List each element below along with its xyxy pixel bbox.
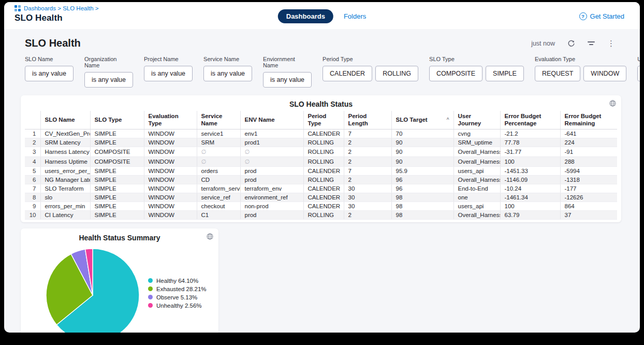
filter-button[interactable]: CALENDER [323,66,372,81]
table-row[interactable]: 5users_error_per_minSIMPLEWINDOWorderspr… [25,166,617,175]
column-header[interactable]: Error Budget Percentage [500,111,560,129]
column-header[interactable]: Period Length [344,111,391,129]
table-cell: prod [240,210,303,219]
table-cell: ∅ [197,147,240,156]
breadcrumb-link[interactable]: SLO Health [63,5,93,11]
table-cell: WINDOW [144,193,197,202]
filter-button[interactable]: is any value [637,66,640,81]
table-cell: one [453,193,500,202]
table-row[interactable]: 4Harness UptimeCOMPOSITEWINDOW∅∅ROLLING2… [25,156,617,166]
table-cell: 30 [344,184,391,193]
table-cell: 77.78 [500,138,560,147]
table-cell: environment_ref [240,193,303,202]
refresh-icon[interactable] [567,39,575,47]
column-header[interactable]: User Journey [453,111,500,129]
breadcrumb-separator: > [56,5,63,11]
table-cell: SRM [197,138,240,147]
table-cell: 2 [344,156,391,166]
filter-group: SLO TypeCOMPOSITESIMPLE [429,56,524,88]
filter-button[interactable]: REQUEST [535,66,580,81]
filter-button[interactable]: ROLLING [375,66,418,81]
table-row[interactable]: 6NG Manager LatencySIMPLEWINDOWCDprodROL… [25,175,617,184]
column-header[interactable]: Error Budget Remaining [560,111,617,129]
column-header[interactable]: ENV Name [240,111,303,129]
table-cell: CALENDER [303,193,344,202]
table-row[interactable]: 1CV_NextGen_ProdSIMPLEWINDOWservice1env1… [25,129,617,138]
filter-button[interactable]: SIMPLE [486,66,524,81]
column-header[interactable]: SLO Name [40,111,90,129]
globe-icon[interactable] [207,233,213,242]
filter-button[interactable]: is any value [25,66,74,81]
page-title: SLO Health [14,13,99,23]
table-cell: WINDOW [144,166,197,175]
filter-button[interactable]: COMPOSITE [429,66,482,81]
table-cell: 100 [500,156,560,166]
column-header[interactable]: Service Name [197,111,240,129]
table-cell: Overall_Harness [453,147,500,156]
filter-button[interactable]: WINDOW [583,66,626,81]
filter-button[interactable]: is any value [84,72,133,88]
table-cell: cvng [453,129,500,138]
legend-item[interactable]: Exhausted 28.21% [148,286,207,292]
legend-item[interactable]: Unhealthy 2.56% [148,303,207,309]
table-row[interactable]: 9errors_per_minSIMPLEWINDOWcheckoutnon-p… [25,202,617,210]
filter-button[interactable]: is any value [263,72,312,88]
table-row[interactable]: 8sloSIMPLEWINDOWservice_refenvironment_r… [25,193,617,202]
dashboard-filters-icon[interactable] [588,41,595,45]
column-header[interactable]: Period Type [303,111,344,129]
table-cell: 90 [391,156,453,166]
table-row[interactable]: 2SRM LatencySIMPLEWINDOWSRMprod1ROLLING2… [25,138,617,147]
row-number-cell: 1 [25,129,40,138]
table-cell: non-prod [240,202,303,210]
breadcrumb-link[interactable]: Dashboards [24,5,56,11]
table-cell: CALENDER [303,184,344,193]
table-cell: 30 [344,193,391,202]
legend-dot-icon [148,295,153,299]
globe-icon[interactable] [609,99,616,109]
more-options-icon[interactable]: ⋮ [607,40,615,47]
table-cell: users_api [453,202,500,210]
column-header[interactable]: Evaluation Type [144,111,197,129]
filter-button[interactable]: is any value [144,66,193,81]
table-cell: SRM Latency [40,138,90,147]
table-cell: COMPOSITE [90,147,144,156]
table-cell: ∅ [240,147,303,156]
table-row[interactable]: 3Harness LatencyCOMPOSITEWINDOW∅∅ROLLING… [25,147,617,156]
table-row[interactable]: 10CI LatencySIMPLEWINDOWC1prodROLLING298… [25,210,617,219]
table-cell: 30 [344,202,391,210]
tab-folders[interactable]: Folders [344,12,366,20]
dashboards-grid-icon [14,5,21,11]
table-cell: WINDOW [144,147,197,156]
table-header-row: SLO NameSLO TypeEvaluation TypeService N… [25,111,617,129]
filter-label: Service Name [203,56,252,62]
table-cell: 2 [344,175,391,184]
table-cell: CD [197,175,240,184]
column-header[interactable]: SLO Type [90,111,144,129]
slo-table: SLO NameSLO TypeEvaluation TypeService N… [25,111,617,220]
table-cell: CV_NextGen_Prod [40,129,90,138]
table-body: 1CV_NextGen_ProdSIMPLEWINDOWservice1env1… [25,129,617,219]
table-cell: 90 [391,138,453,147]
table-cell: 7 [344,166,391,175]
legend-item[interactable]: Healthy 64.10% [148,278,207,284]
sort-ascending-icon: ^ [447,117,449,124]
get-started-link[interactable]: ? Get Started [579,12,624,20]
table-cell: -1451.33 [500,166,560,175]
table-cell: WINDOW [144,156,197,166]
table-cell: 96 [391,175,453,184]
tab-dashboards[interactable]: Dashboards [278,9,333,23]
table-cell: ROLLING [303,138,344,147]
table-cell: Overall_Harness [453,175,500,184]
legend-item[interactable]: Observe 5.13% [148,294,207,300]
filter-button[interactable]: is any value [203,66,252,81]
table-cell: ∅ [197,156,240,166]
table-cell: -91 [560,147,617,156]
table-cell: orders [197,166,240,175]
table-cell: 90 [391,147,453,156]
column-header[interactable]: SLO Target^ [391,111,453,129]
table-cell: -10.24 [500,184,560,193]
table-cell: -21.2 [500,129,560,138]
table-row[interactable]: 7SLO TerraformSIMPLEWINDOWterraform_serv… [25,184,617,193]
table-cell: -31.77 [500,147,560,156]
legend-dot-icon [148,278,153,283]
